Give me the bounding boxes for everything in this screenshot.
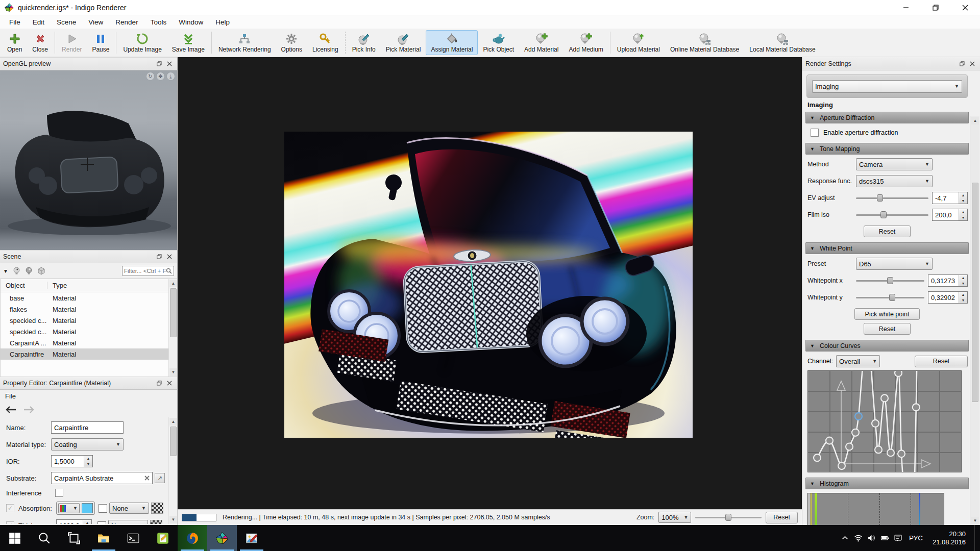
- pick-object-button[interactable]: Pick Object: [478, 30, 519, 55]
- substrate-field[interactable]: CarpaintA Substrate: [51, 472, 153, 484]
- update-image-button[interactable]: Update Image: [118, 30, 166, 55]
- spin-down-icon[interactable]: ▼: [959, 281, 967, 286]
- zoom-reset-button[interactable]: Reset: [766, 512, 798, 523]
- thickness-enable-checkbox[interactable]: ✓: [6, 521, 14, 524]
- tonemap-reset-button[interactable]: Reset: [864, 226, 911, 237]
- taskbar-task-view-button[interactable]: [59, 525, 89, 551]
- taskbar-command-prompt-button[interactable]: [118, 525, 148, 551]
- upload-material-button[interactable]: Upload Material: [612, 30, 665, 55]
- tone-mapping-header[interactable]: ▼ Tone Mapping: [805, 143, 969, 155]
- pick-info-button[interactable]: Pick Info: [347, 30, 381, 55]
- taskbar-notepad-plus-button[interactable]: [148, 525, 178, 551]
- assign-material-button[interactable]: Assign Material: [426, 30, 478, 55]
- ev-adjust-slider[interactable]: [856, 193, 928, 203]
- thickness-spinbox[interactable]: 1000,0 ▲▼: [56, 519, 92, 524]
- scene-row-carpaintfire[interactable]: CarpaintfireMaterial: [1, 348, 177, 360]
- wifi-icon[interactable]: [854, 534, 863, 542]
- taskbar-clock[interactable]: 20:30 21.08.2016: [929, 530, 971, 546]
- scroll-down-icon[interactable]: ▼: [169, 516, 177, 523]
- notifications-icon[interactable]: [894, 534, 902, 542]
- spin-up-icon[interactable]: ▲: [84, 456, 92, 461]
- options-button[interactable]: Options: [276, 30, 307, 55]
- taskbar-indigo-renderer-button[interactable]: [207, 525, 237, 551]
- taskbar-firefox-button[interactable]: [178, 525, 207, 551]
- scene-scrollbar[interactable]: ▲ ▼: [168, 279, 177, 377]
- ior-spinbox[interactable]: 1,5000 ▲▼: [51, 455, 93, 467]
- scroll-up-icon[interactable]: ▲: [971, 117, 979, 124]
- float-panel-icon[interactable]: [155, 379, 164, 387]
- scene-row-speckledc[interactable]: speckled c...Material: [1, 315, 177, 326]
- menu-help[interactable]: Help: [209, 17, 236, 28]
- menu-render[interactable]: Render: [109, 17, 144, 28]
- render-viewport[interactable]: [178, 57, 802, 509]
- model-cube-icon[interactable]: [37, 267, 45, 275]
- scroll-thumb[interactable]: [972, 183, 978, 402]
- maximize-button[interactable]: [921, 0, 950, 15]
- open-button[interactable]: Open: [2, 30, 27, 55]
- spin-up-icon[interactable]: ▲: [959, 192, 967, 198]
- zoom-slider[interactable]: [695, 513, 762, 522]
- menu-item-file[interactable]: File: [5, 392, 16, 400]
- response-func-dropdown[interactable]: dscs315▼: [856, 175, 933, 187]
- scene-row-flakes[interactable]: flakesMaterial: [1, 304, 177, 315]
- close-button[interactable]: Close: [27, 30, 53, 55]
- property-editor-titlebar[interactable]: Property Editor: Carpaintfire (Material): [0, 377, 177, 390]
- scene-panel-titlebar[interactable]: Scene: [0, 250, 177, 263]
- absorption-texture-swatch[interactable]: [99, 504, 107, 513]
- colour-curve-editor[interactable]: [807, 370, 962, 472]
- battery-icon[interactable]: [880, 534, 889, 542]
- close-button[interactable]: [950, 0, 980, 15]
- spin-down-icon[interactable]: ▼: [84, 461, 92, 467]
- light-fill-icon[interactable]: [25, 267, 33, 275]
- colour-mode-dropdown[interactable]: ▼: [58, 503, 80, 513]
- whitepoint-reset-button[interactable]: Reset: [864, 323, 911, 335]
- material-name-input[interactable]: [51, 421, 124, 434]
- interference-checkbox[interactable]: [55, 489, 63, 497]
- light-icon[interactable]: [13, 267, 20, 275]
- spin-up-icon[interactable]: ▲: [83, 520, 91, 524]
- settings-category-dropdown[interactable]: Imaging▼: [812, 80, 962, 93]
- taskbar-search-button[interactable]: [30, 525, 59, 551]
- opengl-preview-viewport[interactable]: ↻ ✥ ⤓: [0, 70, 177, 250]
- opengl-panel-titlebar[interactable]: OpenGL preview: [0, 57, 177, 70]
- language-indicator[interactable]: РУС: [906, 534, 926, 542]
- aperture-diffraction-header[interactable]: ▼ Aperture Diffraction: [805, 112, 969, 123]
- whitepoint-preset-dropdown[interactable]: D65▼: [856, 258, 933, 270]
- menu-view[interactable]: View: [82, 17, 109, 28]
- menu-window[interactable]: Window: [173, 17, 209, 28]
- scroll-thumb[interactable]: [170, 427, 177, 456]
- pick-material-button[interactable]: Pick Material: [381, 30, 426, 55]
- menu-edit[interactable]: Edit: [27, 17, 51, 28]
- colour-curves-header[interactable]: ▼ Colour Curves: [805, 340, 969, 352]
- save-image-button[interactable]: Save Image: [167, 30, 210, 55]
- clear-substrate-icon[interactable]: [144, 475, 150, 481]
- absorption-colour-swatch[interactable]: [82, 503, 93, 513]
- scroll-down-icon[interactable]: ▼: [169, 368, 177, 376]
- spin-down-icon[interactable]: ▼: [959, 198, 967, 204]
- online-material-database-button[interactable]: Online Material Database: [665, 30, 744, 55]
- render-button[interactable]: Render: [57, 30, 87, 55]
- close-panel-icon[interactable]: [165, 253, 174, 261]
- close-panel-icon[interactable]: [968, 60, 977, 68]
- add-medium-button[interactable]: Add Medium: [564, 30, 608, 55]
- network-rendering-button[interactable]: Network Rendering: [213, 30, 276, 55]
- float-panel-icon[interactable]: [155, 60, 164, 68]
- thickness-map-dropdown[interactable]: None▼: [108, 520, 148, 524]
- add-material-button[interactable]: Add Material: [519, 30, 564, 55]
- tree-collapse-icon[interactable]: ▼: [3, 268, 8, 274]
- scene-row-base[interactable]: baseMaterial: [1, 292, 177, 304]
- column-header-object[interactable]: Object: [1, 282, 47, 289]
- absorption-checker-icon[interactable]: [151, 503, 163, 514]
- scene-row-carpainta[interactable]: CarpaintA ...Material: [1, 337, 177, 348]
- film-iso-spinbox[interactable]: 200,0 ▲▼: [932, 209, 968, 221]
- float-panel-icon[interactable]: [958, 60, 967, 68]
- float-panel-icon[interactable]: [155, 253, 164, 261]
- local-material-database-button[interactable]: Local Material Database: [744, 30, 820, 55]
- menu-file[interactable]: File: [3, 17, 27, 28]
- thickness-texture-swatch[interactable]: [97, 521, 106, 524]
- pause-button[interactable]: Pause: [87, 30, 114, 55]
- scroll-down-icon[interactable]: ▼: [971, 517, 979, 524]
- licensing-button[interactable]: Licensing: [307, 30, 344, 55]
- show-desktop-button[interactable]: [974, 525, 977, 551]
- menu-tools[interactable]: Tools: [144, 17, 173, 28]
